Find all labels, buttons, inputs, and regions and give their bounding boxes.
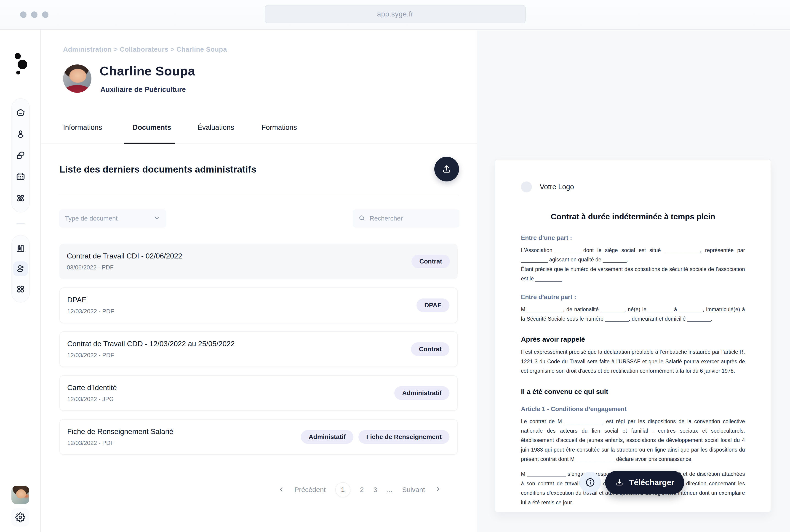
document-meta: 12/03/2022 - JPG	[67, 396, 117, 403]
document-row[interactable]: Carte d’Identité 12/03/2022 - JPG Admini…	[59, 375, 458, 411]
tab-informations[interactable]: Informations	[63, 124, 102, 132]
sidebar-item-organization[interactable]	[13, 241, 28, 256]
pagination-page-1-current[interactable]: 1	[335, 482, 351, 497]
document-meta: 12/03/2022 - PDF	[67, 439, 173, 446]
upload-icon	[441, 164, 452, 174]
search-icon	[358, 214, 365, 223]
sidebar-item-profile[interactable]	[13, 127, 28, 141]
browser-chrome: app.syge.fr	[0, 0, 790, 30]
info-icon	[585, 477, 596, 488]
search-placeholder: Rechercher	[370, 215, 403, 222]
url-bar[interactable]: app.syge.fr	[265, 5, 526, 23]
document-meta: 03/06/2022 - PDF	[67, 264, 182, 271]
document-type-badge: DPAE	[416, 299, 449, 312]
sidebar-nav-secondary	[12, 235, 30, 303]
collaborator-role: Auxiliaire de Puériculture	[100, 86, 186, 94]
pagination-next[interactable]: Suivant	[402, 486, 425, 494]
home-icon	[15, 108, 26, 118]
window-dot	[31, 12, 37, 18]
document-row[interactable]: Contrat de Travail CDI - 02/06/2022 03/0…	[59, 244, 458, 279]
document-title: Contrat de Travail CDI - 02/06/2022	[67, 252, 182, 260]
window-dot	[42, 12, 49, 18]
contract-paragraph: Il est expressément précisé que la décla…	[521, 347, 745, 376]
tab-documents[interactable]: Documents	[133, 124, 171, 132]
organization-icon	[15, 243, 26, 254]
breadcrumb[interactable]: Administration > Collaborateurs > Charli…	[63, 46, 227, 53]
sidebar-divider	[16, 223, 25, 224]
tab-evaluations[interactable]: Évaluations	[198, 124, 234, 132]
document-type-select[interactable]: Type de document	[59, 209, 166, 228]
pagination-page-3[interactable]: 3	[373, 486, 377, 494]
document-row[interactable]: DPAE 12/03/2022 - PDF DPAE	[59, 287, 458, 323]
sidebar-item-collaborators[interactable]	[13, 262, 28, 276]
sidebar-item-science[interactable]	[13, 191, 28, 206]
download-button[interactable]: Télécharger	[605, 471, 684, 494]
company-logo-row: Votre Logo	[521, 182, 745, 192]
copy-pages-icon	[15, 150, 26, 160]
apps-grid-icon	[15, 284, 26, 294]
active-tab-indicator	[124, 142, 175, 144]
upload-document-button[interactable]	[434, 157, 459, 182]
sidebar-item-documents[interactable]	[13, 148, 28, 163]
collaborator-avatar	[63, 64, 91, 93]
sidebar-item-apps[interactable]	[13, 282, 28, 297]
download-icon	[615, 478, 624, 487]
pagination: Précédent 1 2 3 ... Suivant	[278, 482, 441, 497]
document-preview-sheet: Votre Logo Contrat à durée indéterminée …	[495, 159, 771, 512]
download-label: Télécharger	[629, 478, 674, 487]
tab-formations[interactable]: Formations	[262, 124, 297, 132]
company-logo-placeholder	[521, 182, 532, 192]
contract-heading: Il a été convenu ce qui suit	[521, 388, 745, 396]
document-meta: 12/03/2022 - PDF	[67, 352, 235, 359]
document-title: Fiche de Renseignement Salarié	[67, 428, 173, 436]
chevron-right-icon[interactable]	[435, 486, 441, 494]
document-type-badge: Administatif	[301, 430, 353, 444]
contract-heading: Entre d’autre part :	[521, 293, 745, 301]
url-text: app.syge.fr	[377, 10, 414, 18]
contract-heading: Entre d’une part :	[521, 234, 745, 242]
window-dot	[20, 12, 26, 18]
sidebar-item-home[interactable]	[13, 106, 28, 120]
section-divider	[59, 195, 458, 195]
collaborators-icon	[15, 264, 26, 274]
document-meta: 12/03/2022 - PDF	[67, 308, 114, 315]
contract-paragraph: Le contrat de M _____________ est régi p…	[521, 417, 745, 464]
section-title: Liste des derniers documents administrat…	[59, 164, 256, 175]
current-user-avatar[interactable]	[12, 486, 29, 504]
pagination-ellipsis: ...	[387, 486, 393, 494]
contract-paragraph: L'Association ________ dont le siège soc…	[521, 246, 745, 284]
document-title: DPAE	[67, 296, 114, 304]
contract-heading: Article 1 - Conditions d’engagement	[521, 406, 745, 413]
sidebar-item-calendar[interactable]	[13, 169, 28, 184]
document-type-badge: Contrat	[411, 254, 450, 268]
document-preview-panel: Votre Logo Contrat à durée indéterminée …	[477, 30, 790, 532]
pagination-page-2[interactable]: 2	[360, 486, 364, 494]
document-title: Carte d’Identité	[67, 383, 117, 392]
main-content: Administration > Collaborateurs > Charli…	[40, 30, 477, 532]
atom-icon	[15, 193, 26, 203]
contract-paragraph: M ____________, de nationalité ________,…	[521, 305, 745, 324]
window-controls	[20, 12, 49, 18]
document-row[interactable]: Fiche de Renseignement Salarié 12/03/202…	[59, 419, 458, 455]
search-input[interactable]: Rechercher	[353, 209, 459, 228]
document-type-badge: Fiche de Renseignement	[358, 430, 449, 444]
pagination-previous[interactable]: Précédent	[295, 486, 326, 494]
sidebar	[0, 30, 41, 532]
document-row[interactable]: Contrat de Travail CDD - 12/03/2022 au 2…	[59, 331, 458, 367]
settings-button[interactable]	[12, 508, 29, 527]
sidebar-nav-primary	[12, 98, 30, 212]
document-type-badge: Administratif	[394, 386, 449, 400]
page-title: Charline Soupa	[100, 63, 195, 78]
tab-bar: Informations Documents Évaluations Forma…	[40, 116, 477, 144]
select-placeholder: Type de document	[65, 215, 153, 222]
info-button[interactable]	[580, 472, 601, 493]
contract-heading: Après avoir rappelé	[521, 336, 745, 343]
contract-title: Contrat à durée indéterminée à temps ple…	[521, 212, 745, 221]
chevron-down-icon	[153, 214, 161, 223]
gear-icon	[15, 512, 25, 522]
document-title: Contrat de Travail CDD - 12/03/2022 au 2…	[67, 340, 235, 348]
document-type-badge: Contrat	[411, 342, 449, 356]
chevron-left-icon[interactable]	[278, 486, 285, 494]
app-logo	[0, 30, 40, 82]
company-logo-label: Votre Logo	[540, 183, 574, 191]
